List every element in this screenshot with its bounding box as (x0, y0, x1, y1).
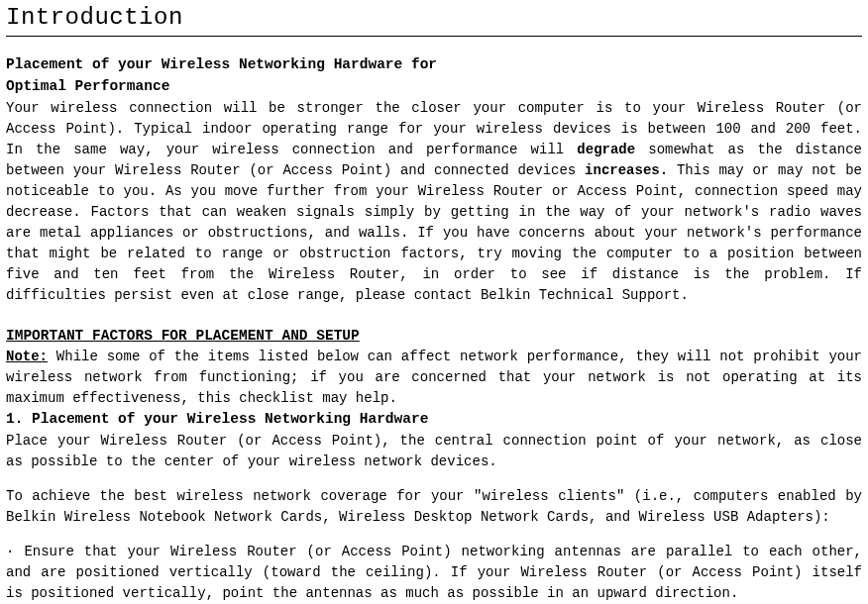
note-paragraph: Note: While some of the items listed bel… (6, 347, 862, 409)
placement-heading-line1: Placement of your Wireless Networking Ha… (6, 54, 862, 76)
page-title: Introduction (6, 0, 862, 37)
spacer (6, 306, 862, 326)
item1-body1: Place your Wireless Router (or Access Po… (6, 431, 862, 472)
note-body: While some of the items listed below can… (6, 349, 862, 406)
body1-bold-degrade: degrade (577, 142, 635, 157)
placement-body: Your wireless connection will be stronge… (6, 98, 862, 306)
body1-part3: This may or may not be noticeable to you… (6, 162, 862, 303)
placement-heading-line2: Optimal Performance (6, 76, 862, 98)
spacer (6, 528, 862, 542)
important-factors-heading: IMPORTANT FACTORS FOR PLACEMENT AND SETU… (6, 326, 862, 348)
spacer (6, 472, 862, 486)
item1-heading: 1. Placement of your Wireless Networking… (6, 409, 862, 431)
body1-bold-increases: increases. (585, 162, 668, 178)
note-label: Note: (6, 349, 48, 364)
item1-bullet1: · Ensure that your Wireless Router (or A… (6, 542, 862, 604)
item1-bullet1-text: Ensure that your Wireless Router (or Acc… (6, 544, 862, 601)
item1-body2: To achieve the best wireless network cov… (6, 486, 862, 528)
